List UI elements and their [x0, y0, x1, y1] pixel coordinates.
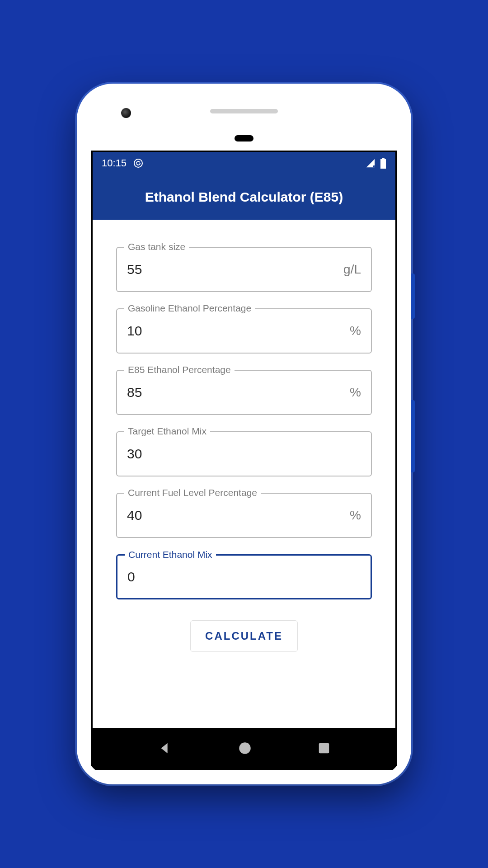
status-time: 10:15	[102, 157, 127, 169]
phone-side-button	[411, 400, 415, 472]
form-content: Gas tank size g/L Gasoline Ethanol Perce…	[93, 220, 395, 728]
sensor-pill	[235, 135, 253, 142]
fuel-level-field[interactable]: Current Fuel Level Percentage %	[116, 493, 372, 538]
e85-ethanol-label: E85 Ethanol Percentage	[124, 364, 235, 375]
svg-point-3	[239, 742, 251, 754]
phone-frame: 10:15	[77, 84, 411, 784]
calculate-button[interactable]: CALCULATE	[190, 620, 298, 652]
gas-tank-size-label: Gas tank size	[124, 241, 189, 252]
battery-icon	[380, 158, 386, 169]
fuel-level-suffix: %	[350, 508, 361, 523]
recent-apps-icon[interactable]	[317, 741, 331, 755]
camera-icon	[121, 108, 131, 118]
gasoline-ethanol-field[interactable]: Gasoline Ethanol Percentage %	[116, 308, 372, 354]
e85-ethanol-suffix: %	[350, 385, 361, 400]
gasoline-ethanol-suffix: %	[350, 324, 361, 338]
gasoline-ethanol-input[interactable]	[127, 323, 350, 339]
phone-side-button	[411, 274, 415, 319]
e85-ethanol-field[interactable]: E85 Ethanol Percentage %	[116, 370, 372, 415]
speaker-slot	[210, 109, 278, 113]
screen: 10:15	[91, 151, 397, 770]
svg-point-0	[134, 159, 142, 167]
fuel-level-label: Current Fuel Level Percentage	[124, 487, 261, 498]
status-left: 10:15	[102, 157, 144, 169]
page-title: Ethanol Blend Calculator (E85)	[145, 189, 343, 205]
home-icon[interactable]	[237, 741, 253, 756]
current-mix-input[interactable]	[127, 569, 361, 585]
sync-icon	[133, 158, 144, 169]
phone-inner: 10:15	[85, 92, 403, 776]
target-mix-field[interactable]: Target Ethanol Mix	[116, 431, 372, 476]
app-header: Ethanol Blend Calculator (E85)	[93, 175, 395, 220]
svg-rect-2	[380, 159, 386, 169]
signal-icon	[366, 158, 375, 168]
target-mix-label: Target Ethanol Mix	[124, 426, 210, 437]
current-mix-field[interactable]: Current Ethanol Mix	[116, 554, 372, 599]
gas-tank-size-suffix: g/L	[343, 262, 361, 277]
back-icon[interactable]	[157, 741, 173, 756]
status-right	[366, 158, 386, 169]
calculate-row: CALCULATE	[116, 620, 372, 652]
nav-bar	[93, 728, 395, 769]
target-mix-input[interactable]	[127, 446, 361, 462]
status-bar: 10:15	[93, 152, 395, 175]
current-mix-label: Current Ethanol Mix	[125, 549, 216, 560]
gas-tank-size-input[interactable]	[127, 262, 343, 277]
fuel-level-input[interactable]	[127, 508, 350, 523]
gasoline-ethanol-label: Gasoline Ethanol Percentage	[124, 303, 255, 314]
svg-rect-1	[382, 158, 385, 159]
gas-tank-size-field[interactable]: Gas tank size g/L	[116, 247, 372, 292]
svg-rect-4	[319, 743, 329, 754]
e85-ethanol-input[interactable]	[127, 385, 350, 400]
